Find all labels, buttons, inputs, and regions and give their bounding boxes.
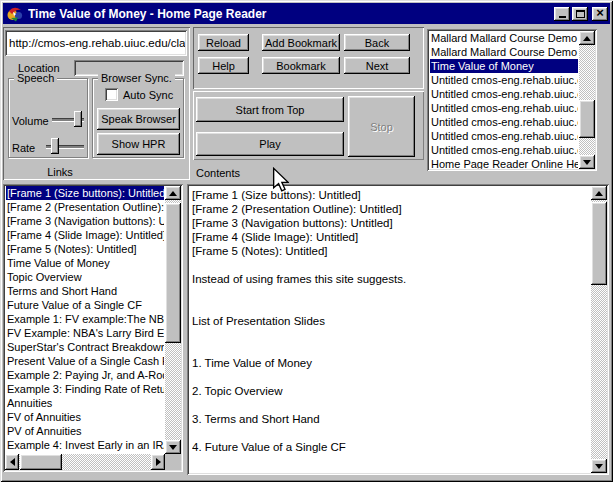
show-hpr-button[interactable]: Show HPR (97, 133, 180, 155)
scrollbar-thumb[interactable] (165, 203, 181, 343)
scroll-right-button[interactable] (151, 454, 165, 470)
maximize-button[interactable] (572, 7, 588, 21)
arrow-down-icon (169, 445, 177, 450)
title-bar: Time Value of Money - Home Page Reader × (3, 3, 610, 24)
contents-label: Contents (196, 167, 240, 179)
arrow-down-icon (595, 464, 603, 469)
start-from-top-button[interactable]: Start from Top (196, 97, 344, 122)
history-list-item[interactable]: Time Value of Money (430, 59, 578, 73)
auto-sync-label: Auto Sync (123, 89, 173, 101)
reload-button[interactable]: Reload (198, 34, 249, 51)
history-rows: Mallard Mallard Course Demo - TiMallard … (430, 31, 578, 169)
browser-sync-group: Browser Sync. Auto Sync Speak Browser Sh… (92, 78, 184, 158)
scrollbar-thumb[interactable] (20, 454, 62, 470)
minimize-button[interactable] (554, 7, 570, 21)
address-panel: http://cmos-eng.rehab.uiuc.edu/clas Loca… (3, 27, 190, 180)
browser-sync-group-label: Browser Sync. (98, 72, 175, 84)
app-icon (7, 6, 23, 22)
history-list-item[interactable]: Untitled cmos-eng.rehab.uiuc.edu (430, 129, 578, 143)
maximize-icon (576, 10, 585, 18)
volume-label: Volume (12, 115, 49, 127)
volume-slider-thumb[interactable] (74, 111, 82, 127)
scrollbar-corner (165, 454, 181, 470)
links-list-item[interactable]: Terms and Short Hand (6, 284, 164, 298)
bookmark-button[interactable]: Bookmark (262, 57, 340, 74)
close-icon: × (596, 8, 604, 18)
links-list-item[interactable]: [Frame 1 (Size buttons): Untitled] (6, 186, 164, 200)
links-list-item[interactable]: Example 2: Paying Jr, and A-Rod (6, 368, 164, 382)
speak-browser-button[interactable]: Speak Browser (97, 108, 180, 130)
links-list-item[interactable]: Future Value of a Single CF (6, 298, 164, 312)
window-title: Time Value of Money - Home Page Reader (28, 7, 552, 21)
scrollbar-thumb[interactable] (579, 100, 595, 138)
links-list-item[interactable]: PV of Annuities (6, 424, 164, 438)
links-vscrollbar[interactable] (165, 186, 181, 454)
links-list-item[interactable]: [Frame 2 (Presentation Outline): Untitle… (6, 200, 164, 214)
contents-box: [Frame 1 (Size buttons): Untitled] [Fram… (187, 184, 609, 475)
links-list-item[interactable]: Topic Overview (6, 270, 164, 284)
scroll-up-button[interactable] (591, 186, 607, 200)
next-button[interactable]: Next (344, 57, 410, 74)
arrow-left-icon (10, 458, 15, 466)
arrow-up-icon (595, 191, 603, 196)
links-list-item[interactable]: Example 1: FV example:The NBA (6, 312, 164, 326)
links-list-item[interactable]: FV of Annuities (6, 410, 164, 424)
speech-group-label: Speech (14, 72, 57, 84)
links-list: [Frame 1 (Size buttons): Untitled][Frame… (3, 184, 183, 472)
history-list-item[interactable]: Untitled cmos-eng.rehab.uiuc.edu (430, 143, 578, 157)
arrow-right-icon (156, 458, 161, 466)
scroll-up-button[interactable] (165, 186, 181, 200)
contents-text[interactable]: [Frame 1 (Size buttons): Untitled] [Fram… (192, 188, 588, 472)
playback-panel: Start from Top Stop Play (193, 91, 424, 160)
scroll-down-button[interactable] (579, 155, 595, 169)
scroll-up-button[interactable] (579, 31, 595, 45)
play-button[interactable]: Play (196, 132, 344, 156)
back-button[interactable]: Back (344, 34, 410, 51)
add-bookmark-button[interactable]: Add Bookmark (262, 34, 340, 51)
rate-slider[interactable] (46, 137, 84, 155)
links-list-item[interactable]: Present Value of a Single Cash F (6, 354, 164, 368)
url-input[interactable]: http://cmos-eng.rehab.uiuc.edu/clas (5, 30, 187, 56)
links-list-item[interactable]: Time Value of Money (6, 256, 164, 270)
links-list-item[interactable]: [Frame 4 (Slide Image): Untitled] (6, 228, 164, 242)
links-list-item[interactable]: FV Example: NBA's Larry Bird Ex (6, 326, 164, 340)
toolbar-panel: Reload Add Bookmark Back Help Bookmark N… (193, 27, 424, 89)
links-list-item[interactable]: Example 3: Finding Rate of Return (6, 382, 164, 396)
history-list-item[interactable]: Home Page Reader Online Help (430, 157, 578, 169)
auto-sync-checkbox[interactable] (105, 88, 118, 101)
links-list-item[interactable]: Example 4: Invest Early in an IRA (6, 438, 164, 452)
history-list-item[interactable]: Untitled cmos-eng.rehab.uiuc.edu (430, 87, 578, 101)
url-text: http://cmos-eng.rehab.uiuc.edu/clas (9, 30, 185, 56)
scrollbar-thumb[interactable] (591, 202, 607, 285)
links-list-item[interactable]: [Frame 3 (Navigation buttons): Untitled] (6, 214, 164, 228)
links-label: Links (22, 166, 98, 178)
close-button[interactable]: × (592, 7, 608, 21)
contents-scrollbar[interactable] (591, 186, 607, 473)
help-button[interactable]: Help (198, 57, 249, 74)
history-list: Mallard Mallard Course Demo - TiMallard … (427, 29, 597, 171)
links-rows: [Frame 1 (Size buttons): Untitled][Frame… (6, 186, 164, 454)
app-window: Time Value of Money - Home Page Reader ×… (0, 0, 613, 482)
history-list-item[interactable]: Untitled cmos-eng.rehab.uiuc.edu (430, 115, 578, 129)
history-list-item[interactable]: Mallard Mallard Course Demo - Ti (430, 31, 578, 45)
scroll-down-button[interactable] (165, 440, 181, 454)
arrow-up-icon (583, 36, 591, 41)
scroll-down-button[interactable] (591, 459, 607, 473)
links-list-item[interactable]: [Frame 5 (Notes): Untitled] (6, 242, 164, 256)
links-list-item[interactable]: SuperStar's Contract Breakdown (6, 340, 164, 354)
links-hscrollbar[interactable] (5, 454, 165, 470)
minimize-icon (559, 16, 566, 18)
history-list-item[interactable]: Mallard Mallard Course Demo - St (430, 45, 578, 59)
rate-label: Rate (12, 142, 35, 154)
arrow-up-icon (169, 191, 177, 196)
history-list-item[interactable]: Untitled cmos-eng.rehab.uiuc.edu (430, 101, 578, 115)
history-list-item[interactable]: Untitled cmos-eng.rehab.uiuc.edu (430, 73, 578, 87)
rate-slider-thumb[interactable] (51, 138, 59, 154)
links-list-item[interactable]: Annuities (6, 396, 164, 410)
speech-group: Speech Volume Rate (8, 78, 88, 158)
history-scrollbar[interactable] (579, 31, 595, 169)
scroll-left-button[interactable] (5, 454, 19, 470)
volume-slider[interactable] (52, 110, 84, 128)
stop-button[interactable]: Stop (348, 96, 415, 157)
arrow-down-icon (583, 160, 591, 165)
